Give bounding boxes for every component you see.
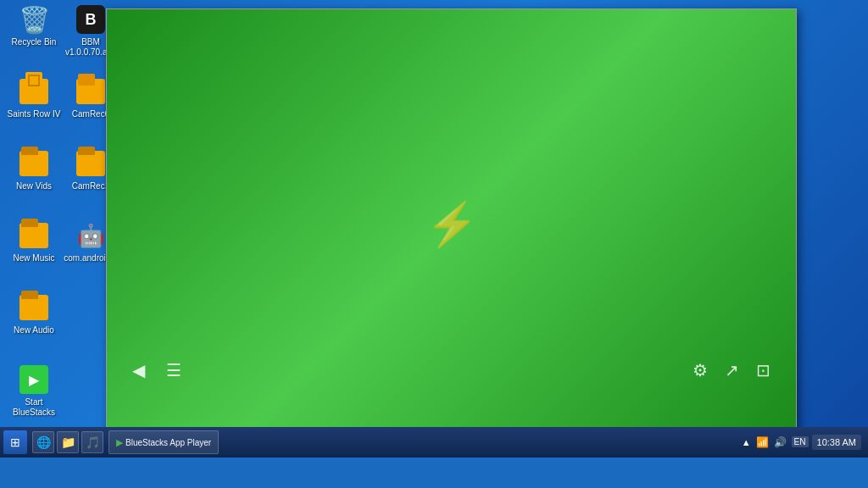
taskbar-time-text: 10:38 AM <box>817 436 856 448</box>
desktop: 🗑️ Recycle Bin B BBM v1.0.0.70.apk Saint… <box>0 0 868 458</box>
desktop-icon-recycle-bin[interactable]: 🗑️ Recycle Bin <box>4 4 64 47</box>
taskbar-left: ⊞ 🌐 📁 🎵 ▶ BlueStacks App Player <box>3 430 219 454</box>
tray-lang-icon: EN <box>792 436 809 447</box>
windows-icon: ⊞ <box>10 435 20 449</box>
desktop-icon-new-music[interactable]: New Music <box>4 220 64 263</box>
taskbar-media-icon[interactable]: 🎵 <box>81 431 103 453</box>
menu-icon[interactable]: ☰ <box>166 360 181 380</box>
desktop-icon-new-vids[interactable]: New Vids <box>4 148 64 191</box>
taskbar: ⊞ 🌐 📁 🎵 ▶ BlueStacks App Player ▲ 📶 🔊 EN… <box>0 427 868 458</box>
start-button[interactable]: ⊞ <box>3 430 27 454</box>
tray-arrow-icon[interactable]: ▲ <box>742 437 751 447</box>
settings-icon[interactable]: ⚙ <box>693 360 708 380</box>
app-card-sonic[interactable]: ⚡ Sonic 4 Episode II ⋮ ★★★★ $4.99 <box>616 145 773 319</box>
taskbar-ie-icon[interactable]: 🌐 <box>32 431 54 453</box>
share-icon[interactable]: ↗ <box>725 360 739 380</box>
desktop-icon-new-audio[interactable]: New Audio <box>4 292 64 336</box>
tray-volume-icon: 🔊 <box>774 436 787 448</box>
system-tray: ▲ 📶 🔊 EN <box>742 436 809 448</box>
taskbar-bluestacks-btn[interactable]: ▶ BlueStacks App Player <box>108 430 219 454</box>
desktop-icon-start-bluestacks[interactable]: ▶ Start BlueStacks <box>4 364 64 418</box>
taskbar-clock[interactable]: 10:38 AM <box>812 435 861 450</box>
desktop-icon-saints-row[interactable]: Saints Row IV <box>4 76 64 119</box>
taskbar-right: ▲ 📶 🔊 EN 10:38 AM <box>742 435 865 450</box>
nav-right: ⚙ ↗ ⊡ <box>693 360 771 380</box>
back-icon[interactable]: ◀ <box>132 360 145 380</box>
bluestacks-window: B BlueStacks App Player for Windows (bet… <box>106 8 797 441</box>
screen-icon[interactable]: ⊡ <box>756 360 771 380</box>
app-grid: 🕷 The Amazing Spider-Man ⋮ ★★★★ $6.99 MI… <box>120 145 782 319</box>
sonic-thumbnail: ⚡ <box>617 146 772 277</box>
taskbar-folder-icon[interactable]: 📁 <box>57 431 79 453</box>
playstore-content: Iconic Characters Big Names In Gaming SE… <box>107 99 796 348</box>
tray-network-icon: 📶 <box>756 436 769 448</box>
